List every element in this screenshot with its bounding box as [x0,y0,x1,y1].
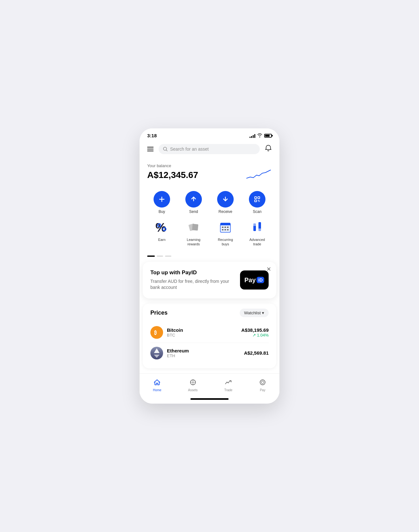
payid-title: Top up with PayID [150,269,235,276]
sparkline-chart [246,169,272,181]
prices-title: Prices [150,310,168,316]
payid-card[interactable]: ✕ Top up with PayID Transfer AUD for fre… [143,262,276,298]
search-placeholder: Search for an asset [170,147,209,152]
payid-logo-text: Pay [244,276,256,284]
status-icons [250,133,272,138]
prices-section: Prices Watchlist ▾ ₿ Bitcoin BTC [143,304,276,368]
svg-rect-15 [192,224,198,230]
home-bar [190,398,229,400]
svg-point-31 [261,381,264,384]
dot-inactive-1 [157,256,163,257]
bitcoin-price-value: A$38,195.69 [241,327,269,333]
advanced-trade-label: Advanced trade [248,237,267,247]
recurring-buys-label: Recurring buys [216,237,235,247]
payid-id-badge: iD [257,277,264,283]
prices-header: Prices Watchlist ▾ [150,309,269,317]
phone-frame: 3:18 [140,128,279,404]
signal-icon [250,133,255,138]
send-button[interactable]: Send [185,191,202,214]
progress-dots [140,252,279,257]
receive-button[interactable]: Receive [217,191,234,214]
secondary-actions: % Earn Learning rewards [140,216,279,252]
watchlist-button[interactable]: Watchlist ▾ [240,309,269,317]
bottom-nav: Home Assets Trade [140,373,279,396]
pay-icon [259,379,266,387]
svg-text:₿: ₿ [154,330,157,335]
status-bar: 3:18 [140,128,279,141]
scan-icon [249,191,265,208]
earn-icon: % [154,219,170,235]
asset-row-ethereum[interactable]: Ethereum ETH A$2,569.81 [150,343,269,363]
nav-assets-label: Assets [188,388,198,392]
advanced-trade-button[interactable]: Advanced trade [248,219,267,247]
earn-button[interactable]: % Earn [152,219,171,247]
bitcoin-info: Bitcoin BTC [167,327,237,338]
battery-icon [264,134,272,138]
svg-rect-10 [258,201,260,202]
balance-label: Your balance [147,163,272,168]
bitcoin-icon: ₿ [150,326,163,339]
home-indicator [140,396,279,404]
close-button[interactable]: ✕ [266,266,271,273]
svg-rect-23 [227,229,229,230]
svg-rect-21 [222,229,223,230]
advanced-trade-icon [249,219,265,235]
nav-trade[interactable]: Trade [219,378,237,393]
svg-point-30 [260,380,265,385]
payid-description: Transfer AUD for free, directly from you… [150,278,235,291]
nav-home-label: Home [153,388,161,392]
menu-button[interactable] [146,146,155,153]
ethereum-ticker: ETH [167,353,240,358]
asset-row-bitcoin[interactable]: ₿ Bitcoin BTC A$38,195.69 ↗ 1.04% [150,322,269,343]
learning-rewards-button[interactable]: Learning rewards [184,219,203,247]
svg-rect-5 [255,197,257,199]
send-icon [185,191,202,208]
buy-icon [154,191,170,208]
ethereum-icon [150,347,163,359]
balance-section: Your balance A$12,345.67 [140,158,279,186]
bitcoin-ticker: BTC [167,333,237,338]
bitcoin-name: Bitcoin [167,327,237,333]
earn-label: Earn [158,237,165,242]
watchlist-chevron-icon: ▾ [262,310,264,315]
bitcoin-price: A$38,195.69 ↗ 1.04% [241,327,269,338]
assets-icon [189,379,196,387]
notification-button[interactable] [264,143,273,154]
svg-rect-8 [258,200,259,201]
ethereum-price-value: A$2,569.81 [244,350,269,356]
learning-rewards-label: Learning rewards [184,237,203,247]
nav-assets[interactable]: Assets [183,378,203,393]
receive-icon [217,191,234,208]
buy-button[interactable]: Buy [154,191,170,214]
nav-home[interactable]: Home [148,378,167,393]
svg-rect-22 [224,229,226,230]
payid-text: Top up with PayID Transfer AUD for free,… [150,269,240,291]
dot-active [147,256,155,257]
balance-amount: A$12,345.67 [147,170,198,180]
svg-rect-6 [258,197,260,199]
nav-trade-label: Trade [224,388,232,392]
ethereum-price: A$2,569.81 [244,350,269,356]
recurring-buys-button[interactable]: Recurring buys [216,219,235,247]
svg-rect-18 [222,227,223,228]
ethereum-info: Ethereum ETH [167,348,240,358]
header: Search for an asset [140,141,279,158]
search-bar[interactable]: Search for an asset [159,144,260,154]
bitcoin-change: ↗ 1.04% [241,333,269,338]
receive-label: Receive [218,209,232,214]
nav-pay-label: Pay [260,388,265,392]
payid-logo: Pay iD [240,270,269,290]
trade-icon [225,379,232,387]
svg-rect-7 [255,200,257,202]
scan-label: Scan [253,209,261,214]
status-time: 3:18 [147,133,157,138]
svg-rect-27 [258,228,261,231]
recurring-buys-icon [217,219,234,235]
svg-rect-25 [253,223,256,226]
scan-button[interactable]: Scan [249,191,265,214]
watchlist-label: Watchlist [244,310,261,315]
svg-rect-17 [220,223,230,225]
nav-pay[interactable]: Pay [254,378,271,393]
dot-inactive-2 [165,256,171,257]
buy-label: Buy [159,209,165,214]
